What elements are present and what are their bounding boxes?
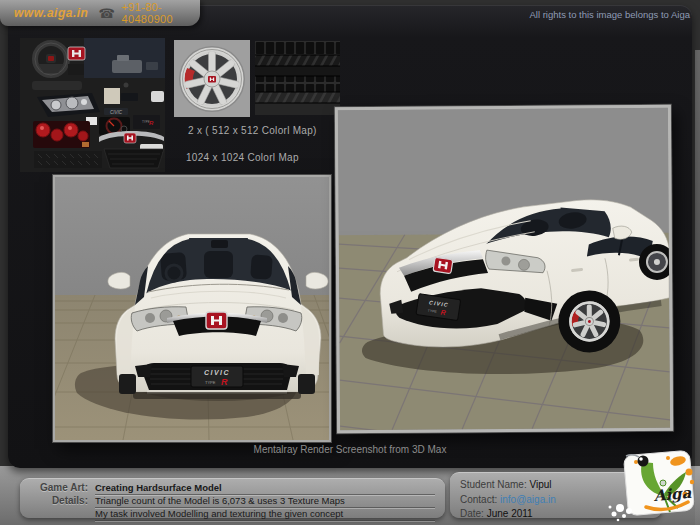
svg-text:CIVIC: CIVIC — [110, 110, 123, 115]
typer-badge-texture: TYPE R — [133, 115, 160, 129]
game-art-label: Game Art: — [24, 482, 88, 495]
render-front-view-image: CIVIC TYPE R — [53, 175, 331, 442]
phone-icon: ☎ — [98, 6, 114, 21]
contact-email-link[interactable]: info@aiga.in — [500, 494, 556, 505]
details-label: Details: — [24, 495, 88, 508]
rights-notice: All rights to this image belongs to Aiga — [529, 9, 690, 20]
wheel-texture-image — [174, 40, 250, 117]
civic-chrome-word-texture: CIVIC — [104, 108, 128, 115]
student-name-value: Vipul — [530, 479, 552, 490]
trim-bar-texture — [32, 81, 82, 90]
svg-text:R: R — [149, 120, 154, 126]
date-label: Date: — [460, 508, 484, 519]
honda-badge-icon — [433, 257, 453, 274]
map-512-label: 2 x ( 512 x 512 Colorl Map) — [188, 125, 317, 136]
floor-mat-texture — [34, 151, 102, 168]
honda-center-cap — [208, 76, 216, 83]
honda-badge-icon — [206, 312, 227, 329]
date-value: June 2011 — [487, 508, 533, 519]
console-part-texture — [68, 64, 84, 75]
details-label-spacer — [24, 508, 88, 521]
contact-label: Contact: — [460, 494, 497, 505]
svg-text:CIVIC: CIVIC — [204, 369, 230, 376]
website-link[interactable]: www.aiga.in — [14, 6, 88, 20]
portfolio-page: All rights to this image belongs to Aiga… — [0, 0, 700, 525]
svg-text:R: R — [440, 309, 446, 317]
svg-text:TYPE: TYPE — [205, 380, 216, 385]
student-name-label: Student Name: — [460, 479, 527, 490]
render-three-quarter-view-image: CIVIC TYPE R — [335, 105, 673, 433]
contact-header-bar: www.aiga.in ☎ +91-80-40480900 — [0, 0, 200, 26]
tire-texture-image — [255, 41, 340, 115]
project-info-panel: Game Art: Creating Hardsurface Model Det… — [20, 478, 445, 518]
knob-texture — [124, 83, 129, 88]
svg-text:R: R — [221, 377, 228, 387]
game-art-value: Creating Hardsurface Model — [95, 482, 435, 495]
beige-swatch-texture — [104, 88, 120, 104]
map-1024-label: 1024 x 1024 Colorl Map — [186, 152, 299, 163]
details-value: Triangle count of the Model is 6,073 & u… — [95, 495, 435, 508]
front-wheel — [558, 290, 620, 352]
dashboard-texture — [84, 38, 165, 78]
details-value-2: My task involved Modelling and texturing… — [95, 508, 435, 521]
render-caption: Mentalray Render Screenshot from 3D Max — [0, 444, 700, 455]
phone-number: +91-80-40480900 — [122, 1, 200, 25]
license-plate: CIVIC TYPE R — [191, 366, 243, 387]
taillight-texture — [33, 121, 90, 148]
mesh-grille-texture — [104, 149, 164, 168]
texture-atlas-image: CIVIC TYPE R — [20, 38, 165, 172]
aiga-logo: Aiga — [606, 450, 700, 524]
honda-badge-texture — [68, 47, 85, 60]
